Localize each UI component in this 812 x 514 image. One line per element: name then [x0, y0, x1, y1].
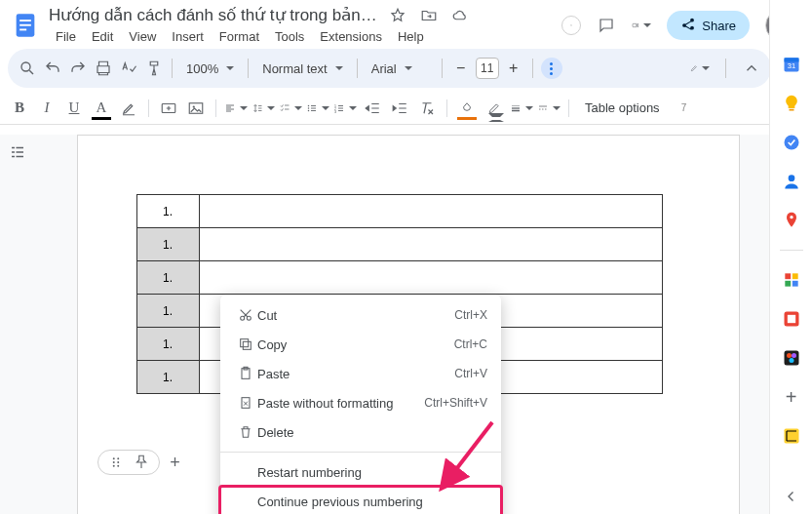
- comments-icon[interactable]: [597, 16, 616, 35]
- cell-fill-color-button[interactable]: [455, 99, 479, 118]
- svg-rect-36: [792, 273, 797, 279]
- insert-link-icon[interactable]: [157, 99, 180, 118]
- addon-icon-2[interactable]: [782, 309, 801, 329]
- border-color-button[interactable]: [483, 99, 506, 118]
- editing-mode-dropdown[interactable]: [690, 59, 710, 78]
- tasks-app-icon[interactable]: [782, 133, 801, 152]
- spellcheck-icon[interactable]: [119, 59, 138, 78]
- clear-formatting-button[interactable]: [415, 99, 439, 118]
- fontsize-decrease[interactable]: −: [450, 58, 472, 79]
- highlight-color-button[interactable]: [117, 99, 140, 118]
- svg-point-19: [112, 465, 114, 467]
- ctx-restart-numbering[interactable]: Restart numbering: [220, 457, 501, 487]
- maps-app-icon[interactable]: [782, 211, 801, 230]
- collapse-toolbar-icon[interactable]: [742, 59, 761, 78]
- bulleted-list-button[interactable]: [306, 99, 329, 118]
- align-button[interactable]: [224, 99, 248, 118]
- ctx-paste-without-formatting[interactable]: Paste without formatting Ctrl+Shift+V: [220, 388, 501, 417]
- ctx-continue-previous-numbering[interactable]: Continue previous numbering: [220, 487, 501, 514]
- addon-icon-4[interactable]: [782, 426, 801, 446]
- addon-icon-3[interactable]: [782, 348, 801, 368]
- underline-button[interactable]: U: [62, 99, 86, 118]
- ctx-copy[interactable]: Copy Ctrl+C: [220, 330, 501, 359]
- drag-handle-icon[interactable]: [106, 453, 126, 472]
- move-folder-icon[interactable]: [419, 6, 439, 25]
- add-row-icon[interactable]: +: [166, 453, 185, 472]
- svg-point-10: [308, 107, 310, 109]
- copy-icon: [234, 336, 257, 352]
- paragraph-style-value: Normal text: [262, 61, 327, 76]
- pin-icon[interactable]: [132, 453, 151, 472]
- docs-logo-icon[interactable]: [8, 8, 43, 43]
- table-cell-num[interactable]: 1.: [136, 328, 199, 361]
- checklist-button[interactable]: [279, 99, 302, 118]
- insert-image-icon[interactable]: [184, 99, 208, 118]
- svg-rect-35: [785, 273, 791, 279]
- hide-sidepanel-icon[interactable]: [782, 487, 801, 506]
- table-cell[interactable]: [199, 228, 662, 261]
- keep-app-icon[interactable]: [782, 94, 801, 113]
- numbered-list-button[interactable]: 123: [333, 99, 357, 118]
- svg-point-42: [787, 353, 792, 358]
- menu-insert[interactable]: Insert: [165, 27, 211, 46]
- ctx-paste[interactable]: Paste Ctrl+V: [220, 359, 501, 388]
- redo-icon[interactable]: [68, 59, 88, 78]
- search-icon[interactable]: [18, 59, 37, 78]
- ctx-delete[interactable]: Delete: [220, 417, 501, 447]
- calendar-app-icon[interactable]: 31: [782, 55, 801, 74]
- addon-icon-1[interactable]: [782, 270, 801, 290]
- cloud-status-icon[interactable]: [450, 6, 470, 25]
- share-button[interactable]: Share: [667, 11, 750, 40]
- meet-icon[interactable]: [632, 16, 651, 35]
- document-title[interactable]: Hướng dẫn cách đánh số thứ tự trong bảng…: [49, 5, 380, 25]
- table-cell-num[interactable]: 1.: [136, 195, 199, 228]
- table-options-button[interactable]: Table options: [577, 97, 668, 119]
- more-tools-icon[interactable]: [541, 58, 562, 79]
- print-icon[interactable]: [94, 59, 113, 78]
- menu-format[interactable]: Format: [213, 27, 266, 46]
- history-icon[interactable]: [561, 16, 581, 35]
- svg-point-11: [308, 109, 310, 111]
- ctx-cut[interactable]: Cut Ctrl+X: [220, 300, 501, 330]
- menu-edit[interactable]: Edit: [85, 27, 120, 46]
- table-cell[interactable]: [199, 195, 662, 228]
- indent-increase-button[interactable]: [388, 99, 411, 118]
- table-cell-num[interactable]: 1.: [136, 261, 199, 295]
- paragraph-style-dropdown[interactable]: Normal text: [256, 58, 348, 80]
- menu-tools[interactable]: Tools: [268, 27, 311, 46]
- border-width-button[interactable]: [510, 99, 533, 118]
- line-spacing-button[interactable]: [251, 99, 275, 118]
- table-cell[interactable]: [199, 261, 662, 295]
- zoom-dropdown[interactable]: 100%: [180, 58, 240, 80]
- undo-icon[interactable]: [43, 59, 62, 78]
- svg-point-33: [788, 175, 794, 181]
- font-family-value: Arial: [371, 61, 397, 76]
- ctx-paste-shortcut: Ctrl+V: [454, 367, 487, 380]
- indent-decrease-button[interactable]: [361, 99, 384, 118]
- bold-button[interactable]: B: [8, 99, 31, 118]
- get-addons-icon[interactable]: +: [782, 387, 801, 407]
- fontsize-input[interactable]: 11: [476, 58, 499, 79]
- contacts-app-icon[interactable]: [782, 172, 801, 191]
- border-style-button[interactable]: [537, 99, 561, 118]
- svg-rect-31: [789, 109, 793, 111]
- menu-extensions[interactable]: Extensions: [313, 27, 389, 46]
- text-color-button[interactable]: A: [90, 99, 113, 118]
- table-cell-num[interactable]: 1.: [136, 228, 199, 261]
- font-family-dropdown[interactable]: Arial: [366, 58, 434, 80]
- star-icon[interactable]: [388, 6, 407, 25]
- side-panel: 31 +: [769, 0, 812, 514]
- outline-toggle-icon[interactable]: [4, 138, 31, 166]
- menu-view[interactable]: View: [122, 27, 163, 46]
- fontsize-increase[interactable]: +: [503, 58, 524, 79]
- ctx-pastewo-shortcut: Ctrl+Shift+V: [424, 396, 487, 410]
- menu-help[interactable]: Help: [391, 27, 431, 46]
- menu-bar: File Edit View Insert Format Tools Exten…: [49, 27, 470, 46]
- table-cell-num[interactable]: 1.: [136, 295, 199, 328]
- paint-format-icon[interactable]: [144, 59, 164, 78]
- menu-file[interactable]: File: [49, 27, 83, 46]
- italic-button[interactable]: I: [35, 99, 58, 118]
- titlebar: Hướng dẫn cách đánh số thứ tự trong bảng…: [0, 0, 812, 45]
- table-cell-num[interactable]: 1.: [136, 361, 199, 394]
- svg-text:3: 3: [334, 109, 336, 113]
